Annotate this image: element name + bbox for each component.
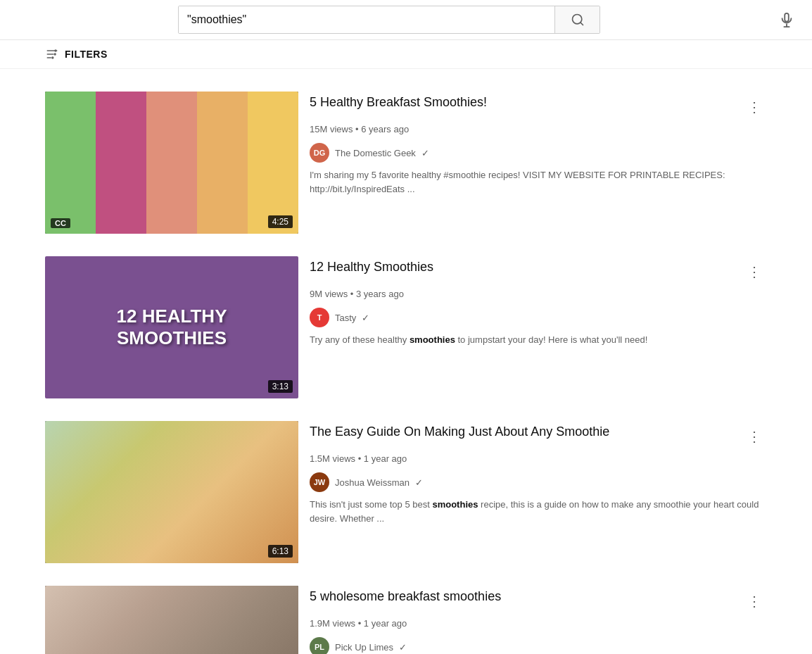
more-options-button-1[interactable]: ⋮ [742, 94, 767, 120]
channel-name-3[interactable]: Joshua Weissman [335, 477, 410, 488]
channel-name-4[interactable]: Pick Up Limes [335, 642, 393, 653]
video-info-1: 5 Healthy Breakfast Smoothies! ⋮ 15M vie… [310, 92, 767, 234]
channel-row-3: JW Joshua Weissman ✓ [310, 472, 767, 492]
video-meta-1: 15M views • 6 years ago [310, 124, 767, 134]
video-desc-1: I'm sharing my 5 favorite healthy #smoot… [310, 168, 767, 196]
video-meta-3: 1.5M views • 1 year ago [310, 453, 767, 464]
svg-line-1 [580, 23, 583, 25]
views-2: 9M views [310, 289, 348, 299]
video-title-2[interactable]: 12 Healthy Smoothies [310, 259, 433, 275]
video-desc-3: This isn't just some top 5 best smoothie… [310, 498, 767, 525]
channel-avatar-1[interactable]: DG [310, 143, 329, 163]
channel-avatar-4[interactable]: PL [310, 637, 329, 654]
video-info-3: The Easy Guide On Making Just About Any … [310, 421, 767, 563]
header [0, 0, 812, 40]
search-bar [178, 6, 600, 34]
title-row-2: 12 Healthy Smoothies ⋮ [310, 259, 767, 284]
age-2: 3 years ago [356, 289, 404, 299]
mic-icon [779, 12, 794, 27]
channel-name-2[interactable]: Tasty [335, 313, 356, 323]
thumbnail-1[interactable]: 4:25 CC [45, 92, 298, 234]
title-row-4: 5 wholesome breakfast smoothies ⋮ [310, 589, 767, 614]
channel-row-4: PL Pick Up Limes ✓ [310, 637, 767, 654]
cc-badge-1: CC [51, 218, 70, 228]
video-title-1[interactable]: 5 Healthy Breakfast Smoothies! [310, 94, 487, 111]
channel-avatar-3[interactable]: JW [310, 472, 329, 492]
video-title-3[interactable]: The Easy Guide On Making Just About Any … [310, 424, 609, 440]
filters-label[interactable]: FILTERS [65, 49, 108, 60]
more-options-button-2[interactable]: ⋮ [742, 259, 767, 284]
channel-row-2: T Tasty ✓ [310, 308, 767, 327]
video-item-3: 6:13 The Easy Guide On Making Just About… [45, 410, 767, 574]
video-info-2: 12 Healthy Smoothies ⋮ 9M views • 3 year… [310, 256, 767, 398]
video-item-1: 4:25 CC 5 Healthy Breakfast Smoothies! ⋮… [45, 80, 767, 245]
duration-badge-2: 3:13 [268, 380, 293, 393]
video-desc-2: Try any of these healthy smoothies to ju… [310, 333, 767, 347]
verified-icon-1: ✓ [421, 148, 429, 158]
views-1: 15M views [310, 124, 353, 134]
thumbnail-4[interactable] [45, 586, 298, 654]
search-input[interactable] [179, 6, 554, 33]
video-item-2: 12 HEALTHYSMOOTHIES 3:13 12 Healthy Smoo… [45, 245, 767, 410]
results-list: 4:25 CC 5 Healthy Breakfast Smoothies! ⋮… [0, 69, 812, 654]
channel-name-1[interactable]: The Domestic Geek [335, 148, 416, 158]
duration-badge-3: 6:13 [268, 545, 293, 558]
video-title-4[interactable]: 5 wholesome breakfast smoothies [310, 589, 501, 605]
age-1: 6 years ago [361, 124, 409, 134]
views-3: 1.5M views [310, 453, 355, 464]
title-row-3: The Easy Guide On Making Just About Any … [310, 424, 767, 449]
filters-bar: FILTERS [0, 40, 812, 69]
video-meta-4: 1.9M views • 1 year ago [310, 618, 767, 629]
duration-badge-1: 4:25 [268, 215, 293, 228]
video-meta-2: 9M views • 3 years ago [310, 289, 767, 299]
mic-button[interactable] [773, 6, 801, 34]
title-row-1: 5 Healthy Breakfast Smoothies! ⋮ [310, 94, 767, 120]
channel-row-1: DG The Domestic Geek ✓ [310, 143, 767, 163]
filters-icon [45, 47, 59, 61]
svg-point-10 [51, 56, 53, 58]
search-button[interactable] [554, 6, 600, 33]
svg-rect-2 [785, 13, 789, 22]
more-options-button-3[interactable]: ⋮ [742, 424, 767, 449]
search-icon [571, 13, 585, 27]
age-4: 1 year ago [364, 618, 407, 629]
video-item-4: 5 wholesome breakfast smoothies ⋮ 1.9M v… [45, 574, 767, 654]
svg-point-8 [54, 49, 56, 51]
verified-icon-3: ✓ [415, 477, 423, 488]
thumbnail-2[interactable]: 12 HEALTHYSMOOTHIES 3:13 [45, 256, 298, 398]
verified-icon-2: ✓ [362, 313, 369, 323]
views-4: 1.9M views [310, 618, 355, 629]
thumb-text-2: 12 HEALTHYSMOOTHIES [117, 306, 227, 349]
more-options-button-4[interactable]: ⋮ [742, 589, 767, 614]
age-3: 1 year ago [364, 453, 407, 464]
channel-avatar-2[interactable]: T [310, 308, 329, 327]
thumbnail-3[interactable]: 6:13 [45, 421, 298, 563]
video-info-4: 5 wholesome breakfast smoothies ⋮ 1.9M v… [310, 586, 767, 654]
verified-icon-4: ✓ [399, 642, 407, 653]
svg-point-9 [54, 53, 56, 55]
